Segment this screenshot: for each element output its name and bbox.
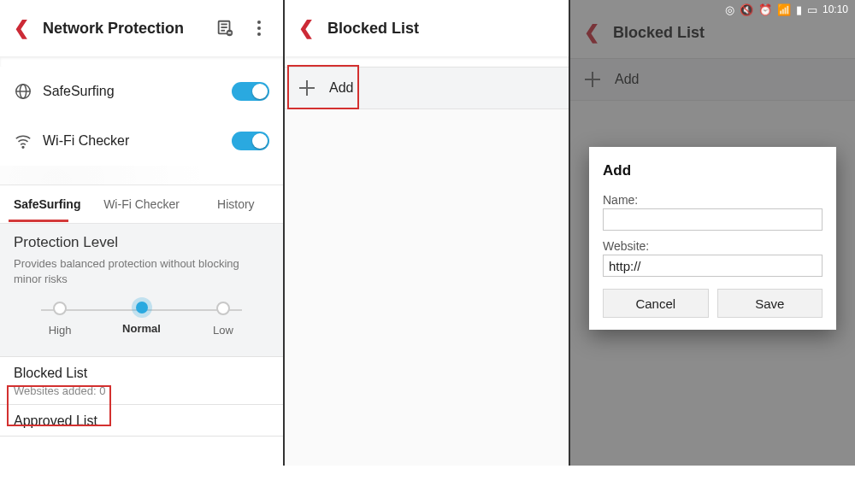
tab-safesurfing[interactable]: SafeSurfing <box>0 186 94 222</box>
cancel-button[interactable]: Cancel <box>603 289 709 318</box>
row-title: Blocked List <box>14 366 269 381</box>
feature-label: SafeSurfing <box>43 84 232 99</box>
feature-label: Wi-Fi Checker <box>43 133 232 149</box>
name-label: Name: <box>603 193 823 207</box>
svg-point-9 <box>22 146 24 148</box>
row-title: Approved List <box>14 413 269 429</box>
slider-label-low: Low <box>213 324 233 337</box>
overflow-menu-icon[interactable] <box>249 18 269 38</box>
volume-mute-icon: 🔇 <box>740 3 753 16</box>
toggle-wifichecker[interactable] <box>232 132 269 150</box>
page-title: Network Protection <box>43 20 201 38</box>
name-input[interactable] <box>603 208 823 231</box>
approved-list-row[interactable]: Approved List <box>0 405 283 437</box>
status-bar: ◎ 🔇 ⏰ 📶 ▮ ▭ 10:10 <box>570 0 855 19</box>
back-icon[interactable]: ❮ <box>298 17 314 39</box>
add-dialog: Add Name: Website: Cancel Save <box>589 147 836 330</box>
log-icon[interactable] <box>215 18 235 38</box>
tab-bar: SafeSurfing Wi-Fi Checker History <box>0 185 283 224</box>
wifi-icon <box>14 132 32 150</box>
row-subtitle: Websites added: 0 <box>14 384 269 397</box>
add-row[interactable]: Add <box>285 67 569 109</box>
page-title: Blocked List <box>327 20 555 38</box>
toggle-safesurfing[interactable] <box>232 82 269 101</box>
tab-wifichecker[interactable]: Wi-Fi Checker <box>94 186 188 222</box>
dialog-title: Add <box>603 162 823 179</box>
slider-label-high: High <box>49 324 72 337</box>
wifi-icon: 📶 <box>777 3 791 16</box>
tab-history[interactable]: History <box>189 186 283 222</box>
slider-label-normal: Normal <box>122 322 161 335</box>
blocked-list-row[interactable]: Blocked List Websites added: 0 <box>0 357 283 405</box>
feature-safesurfing[interactable]: SafeSurfing <box>0 67 283 116</box>
globe-icon <box>14 82 32 101</box>
save-button[interactable]: Save <box>717 289 823 318</box>
feature-wifichecker[interactable]: Wi-Fi Checker <box>0 116 283 166</box>
clock-text: 10:10 <box>823 3 848 15</box>
website-input[interactable] <box>603 255 823 277</box>
website-label: Website: <box>603 239 823 253</box>
battery-icon: ▭ <box>807 3 817 16</box>
sync-icon: ◎ <box>725 3 734 16</box>
signal-icon: ▮ <box>796 3 802 16</box>
protection-level-section: Protection Level Provides balanced prote… <box>0 224 283 357</box>
plus-icon <box>297 78 317 98</box>
back-icon[interactable]: ❮ <box>14 17 29 39</box>
alarm-icon: ⏰ <box>758 3 772 16</box>
section-description: Provides balanced protection without blo… <box>14 256 269 286</box>
protection-slider[interactable]: High Normal Low <box>14 302 269 341</box>
section-title: Protection Level <box>14 234 269 251</box>
add-label: Add <box>329 80 353 96</box>
